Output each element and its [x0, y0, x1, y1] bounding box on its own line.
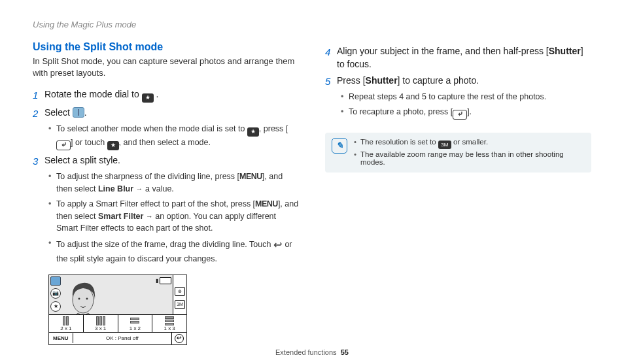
step-3-note-1: To adjust the sharpness of the dividing … [48, 171, 299, 195]
panel-label: 3 x 1 [95, 325, 106, 331]
line-blur-label: Line Blur [98, 184, 133, 193]
battery-icon [160, 277, 171, 284]
lcd-star-icon: ★ [50, 301, 61, 312]
note-item-1: The resolution is set to or smaller. [354, 138, 585, 149]
text: The resolution is set to [360, 138, 438, 146]
panel-label: 1 x 2 [130, 325, 141, 331]
panel-option[interactable]: 2 x 1 [49, 315, 84, 332]
lcd-return-button[interactable]: ↩ [171, 333, 186, 344]
back-button-icon [453, 110, 467, 120]
mode-dial-star-icon [142, 93, 154, 103]
back-button-icon [56, 141, 71, 150]
panel-option[interactable]: 1 x 2 [118, 315, 153, 332]
step-number: 3 [33, 154, 44, 168]
step-2: 2 Select . [33, 107, 299, 120]
step-2-text: Select [44, 107, 73, 118]
step-3-text: Select a split style. [44, 154, 299, 168]
menu-label: MENU [239, 172, 262, 181]
panel-label: 1 x 3 [164, 325, 175, 331]
lcd-mode-chip-icon [50, 276, 61, 286]
text: Align your subject in the frame, and the… [337, 46, 549, 56]
text: ]. [467, 107, 472, 116]
step-2-note: To select another mode when the mode dia… [48, 123, 299, 150]
text: or smaller. [451, 138, 488, 146]
text: To recapture a photo, press [ [349, 107, 453, 116]
step-1: 1 Rotate the mode dial to . [33, 88, 299, 103]
text: To select another mode when the mode dia… [56, 124, 247, 133]
lcd-res-icon: ⊕ [175, 287, 185, 296]
text: a value. [143, 184, 174, 193]
step-number: 5 [325, 74, 337, 88]
step-3-note-3: To adjust the size of the frame, drag th… [48, 237, 299, 265]
arrow-icon: → [146, 212, 153, 220]
text: To adjust the sharpness of the dividing … [56, 172, 239, 181]
mode-dial-star-icon [247, 127, 259, 137]
text: To adjust the size of the frame, drag th… [56, 240, 273, 249]
page-footer: Extended functions 55 [0, 348, 624, 356]
panel-option[interactable]: 1 x 3 [152, 315, 186, 332]
footer-label: Extended functions [275, 348, 337, 356]
text: , and then select a mode. [119, 138, 211, 147]
note-box: ✎ The resolution is set to or smaller. T… [325, 133, 591, 173]
step-number: 4 [325, 45, 337, 71]
section-intro: In Split Shot mode, you can capture seve… [33, 56, 299, 79]
text: To apply a Smart Filter effect to part o… [56, 199, 255, 208]
shutter-label: Shutter [549, 46, 581, 56]
column-left: Using the Split Shot mode In Split Shot … [33, 41, 299, 345]
panel-label: 2 x 1 [60, 325, 71, 331]
panel-option[interactable]: 3 x 1 [84, 315, 118, 332]
step-5-note-1: Repeat steps 4 and 5 to capture the rest… [341, 91, 591, 103]
lcd-count-icon: ▮ [156, 278, 158, 284]
lcd-panel-row: 2 x 1 3 x 1 1 x 2 1 x 3 [49, 314, 186, 332]
step-3: 3 Select a split style. [33, 154, 299, 168]
undo-icon [273, 237, 283, 253]
step-5: 5 Press [Shutter] to capture a photo. [325, 74, 591, 88]
svg-point-1 [78, 297, 80, 299]
lcd-camera-icon: 📷 [50, 288, 61, 299]
menu-label: MENU [255, 199, 278, 208]
arrow-icon: → [136, 185, 143, 193]
running-header: Using the Magic Plus mode [33, 20, 591, 29]
text: ] to capture a photo. [398, 75, 479, 86]
resolution-3m-icon [438, 141, 451, 149]
text: Press [ [337, 75, 366, 86]
step-number: 1 [33, 88, 44, 103]
step-3-note-2: To apply a Smart Filter effect to part o… [48, 198, 299, 235]
note-item-2: The available zoom range may be less tha… [354, 150, 585, 166]
lcd-menu-button[interactable]: MENU [49, 333, 73, 343]
lcd-3m-icon: 3M [175, 300, 185, 309]
split-shot-icon [73, 107, 84, 118]
page-number: 55 [341, 348, 349, 356]
column-right: 4 Align your subject in the frame, and t… [325, 41, 591, 345]
step-4: 4 Align your subject in the frame, and t… [325, 45, 591, 71]
mode-dial-star-icon [107, 141, 119, 150]
note-icon: ✎ [332, 138, 347, 154]
text: , press [ [259, 124, 288, 133]
lcd-ok-text: OK : Panel off [73, 333, 171, 343]
return-icon: ↩ [175, 334, 184, 343]
smart-filter-label: Smart Filter [98, 212, 143, 221]
shutter-label: Shutter [366, 75, 398, 86]
step-1-text: Rotate the mode dial to [44, 89, 142, 99]
section-title: Using the Split Shot mode [33, 41, 299, 53]
text: ] or touch [71, 138, 107, 147]
lcd-scene: ▮ 📷 ★ [49, 275, 173, 314]
svg-point-2 [86, 297, 88, 299]
step-number: 2 [33, 107, 44, 120]
lcd-preview: ▮ 📷 ★ [48, 274, 187, 345]
step-5-note-2: To recapture a photo, press []. [341, 106, 591, 120]
face-illustration [63, 278, 103, 314]
